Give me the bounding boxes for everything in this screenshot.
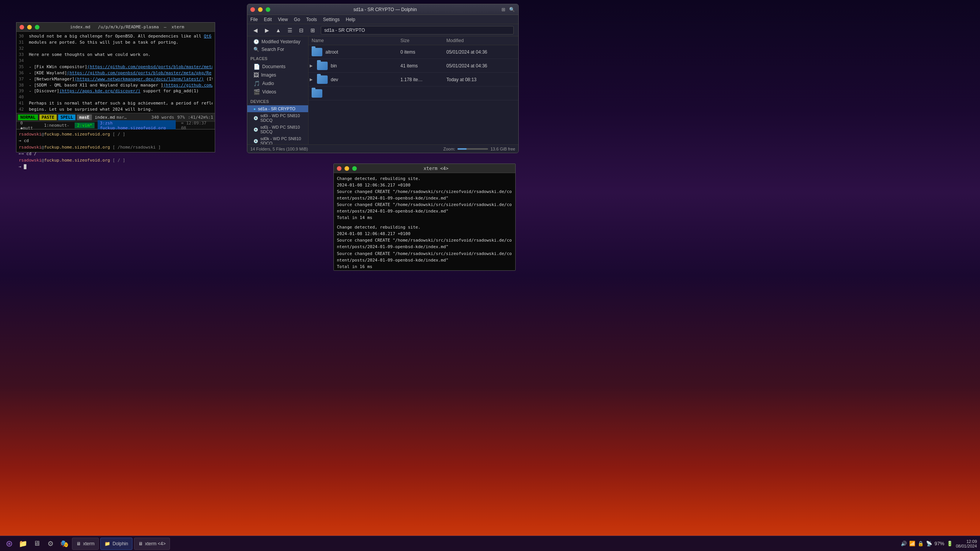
xterm2-titlebar: xterm <4> xyxy=(334,164,515,173)
xterm-line-31: 31 modules are ported. So this will just… xyxy=(19,39,212,46)
file-size-bin: 41 items xyxy=(400,63,446,69)
dolphin-menu-bar: File Edit View Go Tools Settings Help xyxy=(247,15,518,24)
taskbar-filemgr-icon[interactable]: 📁 xyxy=(17,538,29,550)
sidebar-item-images[interactable]: 🖼 Images xyxy=(247,71,308,79)
dolphin-toolbar: ◀ ▶ ▲ ☰ ⊟ ⊞ sd1a - SR CRYPTO xyxy=(247,24,518,36)
status-pos: :41/42≡%:1 xyxy=(188,115,213,120)
sidebar-item-videos[interactable]: 🎬 Videos xyxy=(247,88,308,96)
menu-help[interactable]: Help xyxy=(346,17,355,22)
dolphin-sidebar: 🕐 Modified Yesterday 🔍 Search For Places… xyxy=(247,36,309,144)
sidebar-modified-yesterday[interactable]: 🕐 Modified Yesterday xyxy=(247,38,308,46)
sidebar-sd1a-label: sd1a - SR CRYPTO xyxy=(258,106,295,111)
expand-arrow-dev[interactable]: ▶ xyxy=(309,77,314,82)
dolphin-close-btn[interactable] xyxy=(250,7,255,12)
menu-go[interactable]: Go xyxy=(294,17,300,22)
dolphin-back-btn[interactable]: ◀ xyxy=(250,25,260,35)
sidebar-devices-header: Devices xyxy=(247,98,308,105)
status-pct: 97% xyxy=(177,115,185,120)
xterm2-max-btn[interactable] xyxy=(352,166,357,171)
sidebar-videos-label: Videos xyxy=(262,89,276,95)
table-row[interactable]: ▶ bin 41 items 05/01/2024 at 04:36 xyxy=(309,59,518,73)
dolphin-search-btn[interactable]: 🔍 xyxy=(508,6,515,13)
tray-lock-icon: 🔒 xyxy=(918,541,924,546)
xterm-text-content: 30 should not be a big challenge for Ope… xyxy=(16,32,215,113)
dolphin-max-btn[interactable] xyxy=(266,7,270,12)
menu-tools[interactable]: Tools xyxy=(306,17,317,22)
xterm-breadcrumb: /u/p/m/k/p/README-plasma xyxy=(98,25,159,29)
taskbar-dragon-icon[interactable]: 🎭 xyxy=(58,538,70,550)
xterm-line-36: 36 - [KDE Wayland](https://github.com/op… xyxy=(19,70,212,76)
xterm-line-42: 42 begins. Let us be surprised what 2024… xyxy=(19,106,212,113)
menu-file[interactable]: File xyxy=(250,17,258,22)
xterm-close-btn[interactable] xyxy=(20,25,24,29)
taskbar-dolphin-app[interactable]: 📁 Dolphin xyxy=(100,538,132,550)
taskbar-terminal-icon[interactable]: 🖥 xyxy=(31,538,43,550)
prompt-line-3: rsadowski@fuckup.home.sizeofvoid.org [ /… xyxy=(19,144,212,150)
menu-edit[interactable]: Edit xyxy=(264,17,272,22)
file-name-bin: bin xyxy=(331,63,337,69)
dolphin-forward-btn[interactable]: ▶ xyxy=(262,25,272,35)
file-name-cell-extra xyxy=(312,89,400,98)
prompt-line-4: ←→ cd / xyxy=(19,150,212,157)
table-row[interactable]: altroot 0 items 05/01/2024 at 04:36 xyxy=(309,45,518,59)
xterm2-close-btn[interactable] xyxy=(337,166,341,171)
xterm-min-btn[interactable] xyxy=(27,25,32,29)
status-filename: index.md xyxy=(95,115,115,120)
tab-vim[interactable]: 2:vim* xyxy=(75,123,95,128)
dolphin-grid-btn[interactable]: ⊞ xyxy=(308,25,318,35)
sidebar-item-documents[interactable]: 📄 Documents xyxy=(247,62,308,71)
tab-neomutt[interactable]: 1:neomutt- xyxy=(42,123,72,128)
dolphin-min-btn[interactable] xyxy=(258,7,263,12)
prompt-line-6: → █ xyxy=(19,164,212,170)
sidebar-sd0j-label: sd0j - WD PC SN810 SDCQ xyxy=(260,125,305,134)
dolphin-panel-btn[interactable]: ⊞ xyxy=(500,6,507,13)
sd0i-icon: 💿 xyxy=(253,116,258,120)
file-size-dev: 1.178 ite… xyxy=(400,77,446,82)
sidebar-item-audio[interactable]: 🎵 Audio xyxy=(247,79,308,88)
dolphin-zoom-bar: Zoom: 13.6 GiB free xyxy=(443,147,515,151)
menu-settings[interactable]: Settings xyxy=(323,17,340,22)
table-row[interactable] xyxy=(309,87,518,100)
taskbar-settings-icon[interactable]: ⚙ xyxy=(44,538,57,550)
table-row[interactable]: ▶ dev 1.178 ite… Today at 08:13 xyxy=(309,73,518,87)
dolphin-list-btn[interactable]: ☰ xyxy=(285,25,295,35)
xterm2-content: Change detected, rebuilding site. 2024-0… xyxy=(334,173,515,270)
expand-arrow-bin[interactable]: ▶ xyxy=(309,64,314,68)
taskbar-start-btn[interactable]: ⊛ xyxy=(3,538,15,550)
xterm-line-40: 40 xyxy=(19,94,212,100)
file-list-header: Name Size Modified xyxy=(309,36,518,45)
dolphin-up-btn[interactable]: ▲ xyxy=(273,25,283,35)
sd0k-icon: 💿 xyxy=(253,139,258,143)
xterm-window-main: index.md /u/p/m/k/p/README-plasma — xter… xyxy=(16,22,215,129)
xterm-line-33: 33 Here are some thoughts on what we cou… xyxy=(19,52,212,58)
menu-view[interactable]: View xyxy=(278,17,288,22)
xterm2-min-btn[interactable] xyxy=(345,166,349,171)
sidebar-search-for-label: Search For xyxy=(261,47,284,52)
sidebar-device-sd0j[interactable]: 💿 sd0j - WD PC SN810 SDCQ xyxy=(247,124,308,135)
dolphin-location-bar[interactable]: sd1a - SR CRYPTO xyxy=(321,26,514,34)
col-size: Size xyxy=(400,38,446,43)
taskbar-dolphin-label: Dolphin xyxy=(113,541,128,546)
sidebar-device-sd0k[interactable]: 💿 sd0k - WD PC SN810 SDCQ xyxy=(247,135,308,144)
sidebar-search-for[interactable]: 🔍 Search For xyxy=(247,46,308,53)
sidebar-device-sd1a[interactable]: ● sd1a - SR CRYPTO xyxy=(247,105,308,112)
dolphin-statusbar: 14 Folders, 5 Files (100.9 MiB) Zoom: 13… xyxy=(247,144,518,153)
taskbar-xterm4-app[interactable]: 🖥 xterm <4> xyxy=(134,538,170,550)
dolphin-file-list: Name Size Modified altroot 0 items 05/01… xyxy=(309,36,518,144)
rebuild-1-total: Total in 14 ms xyxy=(337,214,512,221)
xterm-prompt-area: rsadowski@fuckup.home.sizeofvoid.org [ /… xyxy=(16,129,215,152)
sd1a-icon: ● xyxy=(253,107,256,111)
xterm-tab-bar: 0 ◆mutt 1:neomutt- 2:vim* 3:zsh fuckup.h… xyxy=(16,121,215,129)
sidebar-places-header: Places xyxy=(247,55,308,62)
dolphin-compact-btn[interactable]: ⊟ xyxy=(296,25,306,35)
rebuild-2-msg1: Change detected, rebuilding site. xyxy=(337,224,512,231)
xterm-title-label: index.md /u/p/m/k/p/README-plasma — xter… xyxy=(42,25,212,29)
zoom-slider[interactable] xyxy=(457,148,488,150)
folder-icon-extra xyxy=(312,89,322,98)
sidebar-device-sd0i[interactable]: 💿 sd0i - WD PC SN810 SDCQ xyxy=(247,112,308,124)
taskbar-xterm-app[interactable]: 🖥 xterm xyxy=(72,538,99,550)
rebuild-block-2: Change detected, rebuilding site. 2024-0… xyxy=(337,224,512,270)
xterm-max-btn[interactable] xyxy=(35,25,39,29)
file-name-cell-altroot: altroot xyxy=(312,48,400,56)
sidebar-sd0i-label: sd0i - WD PC SN810 SDCQ xyxy=(260,113,305,123)
